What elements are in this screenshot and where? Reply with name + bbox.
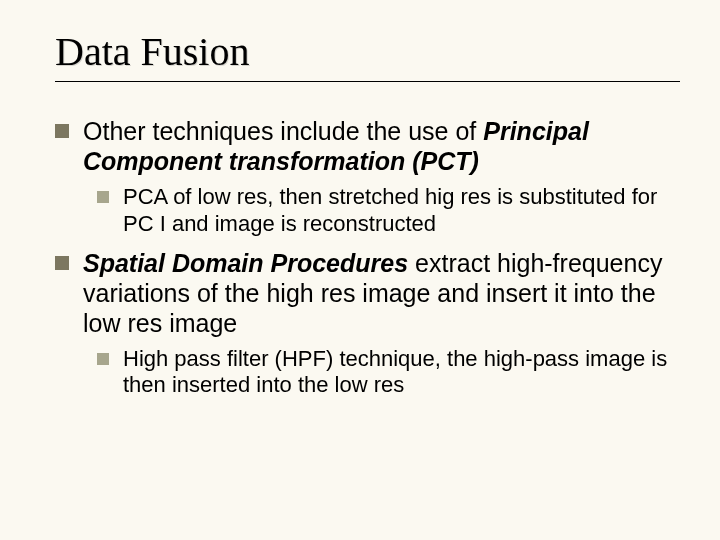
bullet-list-level2: PCA of low res, then stretched hig res i… [83,184,680,238]
slide-title: Data Fusion [55,28,680,75]
list-item: Spatial Domain Procedures extract high-f… [55,248,680,400]
bullet-bold: Spatial Domain Procedures [83,249,408,277]
sub-bullet-text: PCA of low res, then stretched hig res i… [123,184,657,236]
list-item: Other techniques include the use of Prin… [55,116,680,238]
list-item: PCA of low res, then stretched hig res i… [97,184,680,238]
sub-bullet-text: High pass filter (HPF) technique, the hi… [123,346,667,398]
list-item: High pass filter (HPF) technique, the hi… [97,346,680,400]
title-underline [55,81,680,82]
bullet-list-level1: Other techniques include the use of Prin… [55,116,680,399]
bullet-prefix: Other techniques include the use of [83,117,483,145]
bullet-list-level2: High pass filter (HPF) technique, the hi… [83,346,680,400]
